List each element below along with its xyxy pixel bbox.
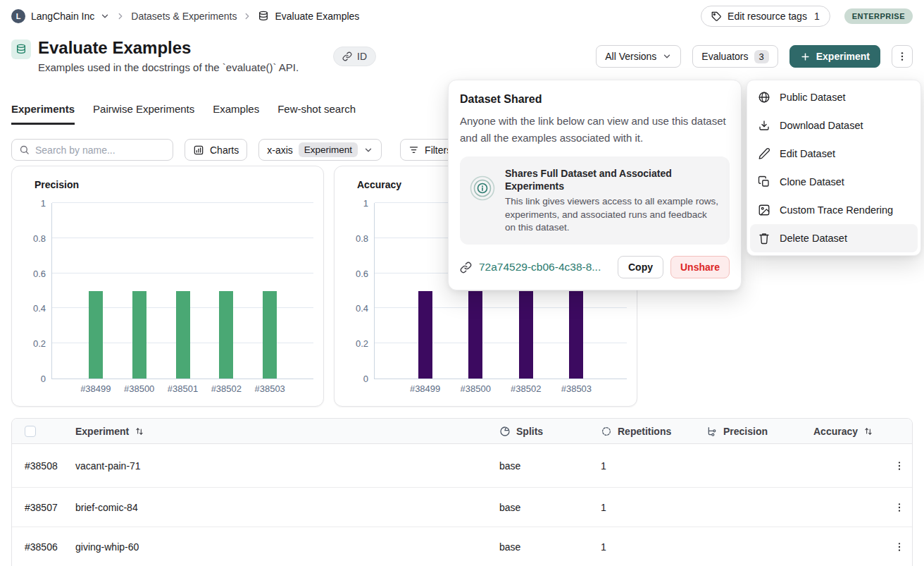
y-gridline [52, 238, 313, 238]
bar-38500[interactable] [132, 291, 146, 379]
bar-38502[interactable] [519, 291, 533, 379]
charts-button[interactable]: Charts [185, 139, 247, 161]
y-gridline [52, 202, 313, 203]
column-header-experiment[interactable]: Experiment [75, 426, 129, 437]
x-tick-label: #38500 [124, 383, 154, 394]
popover-title: Dataset Shared [460, 93, 730, 106]
org-avatar[interactable]: L [11, 9, 25, 23]
breadcrumb-page[interactable]: Evaluate Examples [275, 11, 359, 22]
tab-examples[interactable]: Examples [213, 103, 259, 125]
bar-38503[interactable] [569, 291, 583, 379]
bar-38499[interactable] [89, 291, 103, 379]
table-row[interactable]: #38507 brief-comic-84 base 1 [12, 488, 912, 527]
x-tick-label: #38503 [561, 383, 592, 394]
database-icon [258, 11, 269, 22]
column-header-precision[interactable]: Precision [723, 426, 768, 437]
menu-item-public-dataset[interactable]: Public Dataset [750, 83, 918, 111]
breadcrumb: L LangChain Inc Datasets & Experiments E… [0, 0, 924, 32]
menu-item-edit-dataset[interactable]: Edit Dataset [750, 140, 918, 168]
menu-item-delete-dataset[interactable]: Delete Dataset [750, 224, 918, 252]
y-gridline [52, 273, 313, 273]
page-title: Evaluate Examples [38, 38, 299, 58]
splits-value: base [488, 460, 589, 472]
filter-icon [408, 144, 419, 155]
bar-38502[interactable] [219, 291, 233, 379]
xaxis-dropdown[interactable]: x-axis Experiment [258, 139, 382, 161]
all-versions-label: All Versions [605, 51, 656, 62]
popover-description: Anyone with the link below can view and … [460, 113, 730, 147]
share-link-row: 72a74529-cb06-4c38-8... Copy Unshare [460, 256, 730, 278]
share-link[interactable]: 72a74529-cb06-4c38-8... [479, 261, 611, 273]
table-row[interactable]: #38506 giving-whip-60 base 1 [12, 527, 912, 566]
breadcrumb-section[interactable]: Datasets & Experiments [131, 11, 237, 22]
repetitions-value: 1 [589, 460, 695, 472]
x-tick-label: #38499 [80, 383, 111, 394]
tab-experiments[interactable]: Experiments [11, 103, 75, 125]
tab-pairwise-experiments[interactable]: Pairwise Experiments [93, 103, 194, 125]
column-header-splits[interactable]: Splits [516, 426, 543, 437]
search-input-wrapper [11, 139, 173, 161]
bar-38499[interactable] [418, 291, 432, 379]
search-input[interactable] [35, 144, 166, 156]
y-tick-label: 0.6 [33, 268, 46, 278]
x-tick-label: #38499 [410, 383, 440, 394]
search-icon [19, 144, 30, 155]
trash-icon [758, 232, 770, 245]
tab-few-shot-search[interactable]: Few-shot search [277, 103, 356, 125]
dataset-actions-menu: Public Dataset Download Dataset Edit Dat… [747, 80, 921, 256]
experiment-id: #38508 [12, 460, 64, 472]
edit-resource-tags-button[interactable]: Edit resource tags 1 [701, 6, 830, 27]
copy-id-button[interactable]: ID [333, 47, 376, 66]
bar-38500[interactable] [468, 291, 482, 379]
menu-item-clone-dataset[interactable]: Clone Dataset [750, 168, 918, 196]
chevron-down-icon[interactable] [100, 11, 110, 21]
page-header: Evaluate Examples Examples used in the d… [0, 38, 924, 78]
row-kebab-icon[interactable] [894, 541, 913, 553]
menu-item-custom-trace-rendering[interactable]: Custom Trace Rendering [750, 196, 918, 224]
experiment-name[interactable]: giving-whip-60 [64, 541, 488, 553]
page-subtitle: Examples used in the docstrings of the `… [38, 61, 299, 73]
y-gridline [375, 307, 627, 308]
breadcrumb-org[interactable]: LangChain Inc [31, 11, 94, 22]
bar-38501[interactable] [176, 291, 190, 379]
link-icon [460, 262, 472, 273]
x-tick-label: #38501 [168, 383, 198, 394]
kebab-icon [897, 51, 908, 62]
copy-link-button[interactable]: Copy [618, 256, 663, 278]
dataset-actions-menu-button[interactable] [892, 45, 913, 68]
new-experiment-label: Experiment [816, 51, 870, 62]
bar-38503[interactable] [263, 291, 277, 379]
y-tick-label: 1 [41, 198, 46, 209]
y-tick-label: 0.8 [33, 233, 46, 243]
row-kebab-icon[interactable] [894, 502, 913, 513]
menu-item-download-dataset[interactable]: Download Dataset [750, 111, 918, 140]
table-row[interactable]: #38508 vacant-pain-71 base 1 [12, 444, 912, 488]
sort-icon[interactable] [863, 426, 873, 436]
charts-label: Charts [210, 144, 239, 156]
evaluators-button[interactable]: Evaluators 3 [692, 45, 778, 68]
unshare-button[interactable]: Unshare [670, 256, 730, 278]
evaluators-count-badge: 3 [754, 50, 769, 63]
y-tick-label: 0.2 [33, 338, 46, 349]
clone-icon [758, 176, 770, 188]
all-versions-dropdown[interactable]: All Versions [596, 45, 681, 68]
experiment-name[interactable]: vacant-pain-71 [64, 460, 488, 472]
y-tick-label: 0.4 [33, 303, 46, 314]
precision-metric-icon [706, 426, 718, 437]
column-header-repetitions[interactable]: Repetitions [618, 426, 671, 437]
precision-chart-plot: 00.20.40.60.81#38499#38500#38501#38502#3… [51, 203, 313, 379]
globe-icon [758, 91, 770, 104]
share-scope-card: Shares Full Dataset and Associated Exper… [460, 156, 730, 245]
select-all-checkbox[interactable] [25, 426, 36, 437]
sort-icon[interactable] [135, 426, 144, 436]
column-header-accuracy[interactable]: Accuracy [813, 426, 858, 437]
experiment-name[interactable]: brief-comic-84 [64, 502, 488, 513]
experiment-id: #38506 [12, 541, 64, 553]
x-tick-label: #38502 [511, 383, 541, 394]
dataset-icon [11, 39, 31, 59]
xaxis-label: x-axis [267, 144, 293, 156]
row-kebab-icon[interactable] [894, 460, 913, 472]
new-experiment-button[interactable]: Experiment [789, 45, 880, 68]
pencil-icon [758, 147, 770, 160]
menu-item-label: Custom Trace Rendering [780, 204, 893, 216]
